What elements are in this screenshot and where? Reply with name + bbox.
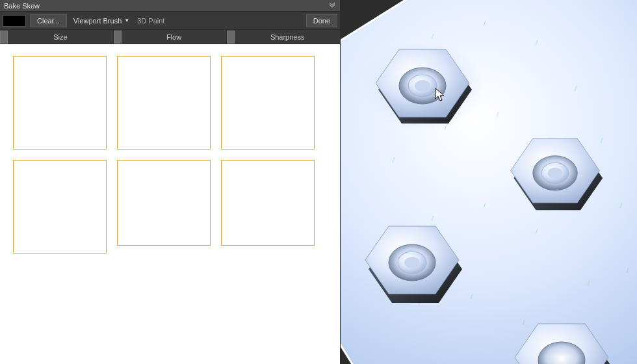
toolbar: Clear... Viewport Brush ▼ 3D Paint Done [0, 12, 340, 30]
texture-tile[interactable] [221, 160, 315, 246]
texture-tile[interactable] [117, 56, 211, 150]
svg-point-33 [548, 168, 563, 179]
done-button[interactable]: Done [306, 14, 337, 27]
collapse-icon[interactable] [328, 2, 336, 10]
slider-row: Size Flow Sharpness [0, 30, 340, 44]
sharpness-label: Sharpness [235, 33, 340, 41]
viewport-render [341, 0, 637, 364]
brush-mode-label: Viewport Brush [73, 17, 122, 25]
texture-tile[interactable] [117, 160, 211, 246]
slider-handle[interactable] [227, 31, 235, 44]
svg-point-28 [415, 80, 430, 92]
svg-point-38 [404, 257, 420, 268]
flow-slider[interactable]: Flow [114, 30, 228, 44]
texture-tile[interactable] [221, 56, 315, 150]
texture-tile[interactable] [13, 56, 107, 150]
panel-title: Bake Skew [4, 2, 40, 10]
flow-label: Flow [122, 33, 227, 41]
tile-canvas [0, 44, 340, 364]
left-panel: Bake Skew Clear... Viewport Brush ▼ 3D P… [0, 0, 341, 364]
size-label: Size [8, 33, 113, 41]
slider-handle[interactable] [114, 31, 122, 44]
color-swatch[interactable] [3, 15, 26, 27]
sharpness-slider[interactable]: Sharpness [227, 30, 340, 44]
size-slider[interactable]: Size [0, 30, 114, 44]
texture-tile[interactable] [13, 160, 107, 254]
brush-mode-dropdown[interactable]: Viewport Brush ▼ [71, 17, 132, 25]
3d-viewport[interactable] [341, 0, 637, 364]
panel-title-bar: Bake Skew [0, 0, 340, 12]
slider-handle[interactable] [0, 31, 8, 44]
paint-mode-label: 3D Paint [137, 17, 164, 25]
clear-button[interactable]: Clear... [30, 14, 67, 27]
caret-down-icon: ▼ [124, 18, 129, 23]
